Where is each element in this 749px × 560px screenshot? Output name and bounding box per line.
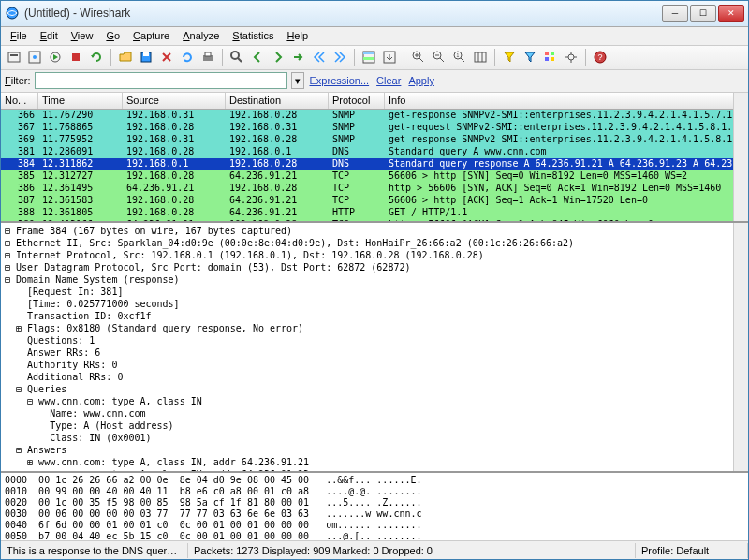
hex-line: 0040 6f 6d 00 00 01 00 01 c0 0c 00 01 00… xyxy=(5,520,744,531)
close-button[interactable]: ✕ xyxy=(718,5,744,22)
menu-view[interactable]: View xyxy=(66,28,99,43)
coloring-icon[interactable] xyxy=(541,48,560,66)
table-row[interactable]: 38712.361583192.168.0.2864.236.91.21TCP5… xyxy=(1,195,748,207)
hex-line: 0000 00 1c 26 26 66 a2 00 0e 8e 04 d0 9e… xyxy=(5,475,744,486)
table-row[interactable]: 38612.36149564.236.91.21192.168.0.28TCPh… xyxy=(1,183,748,195)
svg-rect-20 xyxy=(475,52,486,62)
col-no[interactable]: No. . xyxy=(1,93,38,109)
detail-line[interactable]: ⊞ Frame 384 (167 bytes on wire, 167 byte… xyxy=(5,225,744,237)
minimize-button[interactable]: ─ xyxy=(662,5,688,22)
detail-line[interactable]: ⊞ Flags: 0x8180 (Standard query response… xyxy=(5,322,744,334)
svg-point-11 xyxy=(231,52,239,59)
zoom100-icon[interactable]: 1 xyxy=(450,48,469,66)
capfilter-icon[interactable] xyxy=(500,48,519,66)
close-file-icon[interactable] xyxy=(157,48,176,66)
prefs-icon[interactable] xyxy=(562,48,580,66)
table-row[interactable]: 36911.775952192.168.0.31192.168.0.28SNMP… xyxy=(1,134,748,146)
filter-dropdown[interactable]: ▾ xyxy=(291,72,304,89)
dispfilter-icon[interactable] xyxy=(521,48,539,66)
app-icon xyxy=(5,6,20,21)
menu-go[interactable]: Go xyxy=(100,28,125,43)
col-time[interactable]: Time xyxy=(38,93,123,109)
svg-rect-2 xyxy=(10,54,18,56)
table-row[interactable]: 38412.311862192.168.0.1192.168.0.28DNSSt… xyxy=(1,158,748,170)
detail-line[interactable]: Name: www.cnn.com xyxy=(5,407,744,420)
packet-scrollbar[interactable] xyxy=(733,93,748,222)
print-icon[interactable] xyxy=(198,48,217,66)
start-icon[interactable] xyxy=(46,48,65,66)
options-icon[interactable] xyxy=(25,48,44,66)
open-icon[interactable] xyxy=(116,48,135,66)
zoomin-icon[interactable] xyxy=(409,48,428,66)
status-left: This is a response to the DNS query in t… xyxy=(1,543,188,558)
colorize-icon[interactable] xyxy=(360,48,378,66)
stop-icon[interactable] xyxy=(66,48,85,66)
detail-line[interactable]: ⊟ Domain Name System (response) xyxy=(5,273,744,286)
expression-link[interactable]: Expression... xyxy=(310,75,370,86)
detail-line[interactable]: [Request In: 381] xyxy=(5,286,744,298)
filter-input[interactable] xyxy=(35,72,287,89)
goto-icon[interactable] xyxy=(289,48,308,66)
detail-line[interactable]: ⊞ www.cnn.com: type A, class IN, addr 64… xyxy=(5,468,744,473)
save-icon[interactable] xyxy=(137,48,155,66)
detail-line[interactable]: [Time: 0.025771000 seconds] xyxy=(5,298,744,310)
detail-line[interactable]: Class: IN (0x0001) xyxy=(5,432,744,444)
col-info[interactable]: Info xyxy=(385,93,748,109)
find-icon[interactable] xyxy=(228,48,246,66)
last-icon[interactable] xyxy=(330,48,349,66)
table-row[interactable]: 38812.361805192.168.0.2864.236.91.21HTTP… xyxy=(1,207,748,219)
col-source[interactable]: Source xyxy=(123,93,226,109)
packet-details[interactable]: ⊞ Frame 384 (167 bytes on wire, 167 byte… xyxy=(1,223,748,473)
menu-help[interactable]: Help xyxy=(281,28,314,43)
detail-line[interactable]: ⊞ Ethernet II, Src: Sparklan_04:d0:9e (0… xyxy=(5,237,744,249)
table-row[interactable]: 36611.767290192.168.0.31192.168.0.28SNMP… xyxy=(1,110,748,122)
help-icon[interactable]: ? xyxy=(591,48,609,66)
svg-rect-23 xyxy=(545,57,549,61)
menu-file[interactable]: File xyxy=(5,28,33,43)
resize-cols-icon[interactable] xyxy=(471,48,490,66)
detail-line[interactable]: Type: A (Host address) xyxy=(5,420,744,432)
svg-rect-14 xyxy=(363,57,374,60)
status-profile: Profile: Default xyxy=(636,543,748,558)
col-destination[interactable]: Destination xyxy=(226,93,329,109)
detail-line[interactable]: ⊞ User Datagram Protocol, Src Port: doma… xyxy=(5,261,744,273)
table-row[interactable]: 36711.768865192.168.0.28192.168.0.31SNMP… xyxy=(1,122,748,134)
toolbar: 1 ? xyxy=(1,46,748,70)
zoomout-icon[interactable] xyxy=(430,48,448,66)
hex-line: 0020 00 1c 00 35 f5 98 00 85 98 5a cf 1f… xyxy=(5,497,744,508)
maximize-button[interactable]: ☐ xyxy=(690,5,716,22)
apply-link[interactable]: Apply xyxy=(408,75,434,86)
menubar: File Edit View Go Capture Analyze Statis… xyxy=(1,27,748,46)
menu-statistics[interactable]: Statistics xyxy=(227,28,279,43)
clear-link[interactable]: Clear xyxy=(376,75,401,86)
detail-line[interactable]: Questions: 1 xyxy=(5,334,744,346)
col-protocol[interactable]: Protocol xyxy=(329,93,385,109)
menu-edit[interactable]: Edit xyxy=(35,28,64,43)
autoscroll-icon[interactable] xyxy=(380,48,399,66)
svg-rect-24 xyxy=(551,57,554,61)
packet-bytes[interactable]: 0000 00 1c 26 26 66 a2 00 0e 8e 04 d0 9e… xyxy=(1,473,748,540)
reload-icon[interactable] xyxy=(178,48,197,66)
detail-line[interactable]: ⊟ www.cnn.com: type A, class IN xyxy=(5,395,744,407)
details-scrollbar[interactable] xyxy=(733,223,748,471)
interfaces-icon[interactable] xyxy=(5,48,23,66)
table-row[interactable]: 38512.312727192.168.0.2864.236.91.21TCP5… xyxy=(1,170,748,183)
detail-line[interactable]: Additional RRs: 0 xyxy=(5,371,744,383)
detail-line[interactable]: Transaction ID: 0xcf1f xyxy=(5,310,744,322)
menu-capture[interactable]: Capture xyxy=(127,28,175,43)
menu-analyze[interactable]: Analyze xyxy=(177,28,225,43)
detail-line[interactable]: Answer RRs: 6 xyxy=(5,346,744,359)
table-row[interactable]: 38112.286091192.168.0.28192.168.0.1DNSSt… xyxy=(1,146,748,158)
prev-icon[interactable] xyxy=(248,48,267,66)
detail-line[interactable]: Authority RRs: 0 xyxy=(5,359,744,371)
next-icon[interactable] xyxy=(269,48,287,66)
packet-list[interactable]: No. . Time Source Destination Protocol I… xyxy=(1,93,748,224)
restart-icon[interactable] xyxy=(87,48,106,66)
svg-rect-8 xyxy=(143,52,149,56)
first-icon[interactable] xyxy=(310,48,329,66)
svg-rect-21 xyxy=(545,52,549,55)
detail-line[interactable]: ⊞ www.cnn.com: type A, class IN, addr 64… xyxy=(5,456,744,468)
detail-line[interactable]: ⊟ Queries xyxy=(5,383,744,395)
detail-line[interactable]: ⊟ Answers xyxy=(5,444,744,456)
detail-line[interactable]: ⊞ Internet Protocol, Src: 192.168.0.1 (1… xyxy=(5,249,744,261)
